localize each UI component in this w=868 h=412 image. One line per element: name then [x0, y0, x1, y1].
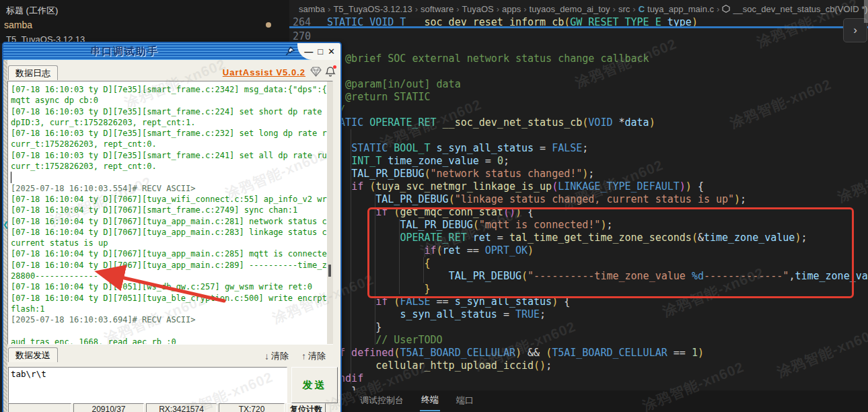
breadcrumb-item[interactable]: __soc_dev_net_status_cb(VOID *) — [722, 4, 867, 14]
breadcrumb-item[interactable]: src — [618, 4, 630, 14]
notification-dot — [333, 65, 336, 69]
reset-count-button[interactable]: 复位计数 — [287, 403, 326, 412]
send-input[interactable]: tab\r\t — [8, 367, 287, 403]
code-line[interactable]: * @return STATIC — [327, 91, 868, 104]
code-token: ( — [425, 168, 431, 180]
code-line[interactable]: STATIC BOOL_T s_syn_all_status = FALSE; — [327, 142, 868, 155]
code-token: ( — [546, 347, 552, 359]
breadcrumb-item[interactable]: software — [421, 4, 454, 14]
breadcrumb-item[interactable]: tuyaos_demo_ai_toy — [530, 4, 610, 14]
code-token: ; — [582, 142, 588, 154]
panel-tab-调试控制台[interactable]: 调试控制台 — [359, 392, 405, 411]
code-token: ( — [449, 193, 455, 205]
maximize-button[interactable]: □ — [318, 47, 323, 56]
explorer-root-samba[interactable]: samba — [4, 20, 32, 30]
code-token: STATIC — [351, 142, 394, 154]
log-scrollbar-thumb[interactable] — [328, 265, 331, 277]
code-line[interactable]: if (FALSE == s_syn_all_status) { — [327, 296, 868, 308]
code-token: INT_T — [351, 155, 388, 167]
tab-data-send[interactable]: 数据发送 — [8, 347, 58, 362]
code-line[interactable]: INT_T time_zone_value = 0; — [327, 155, 868, 168]
code-token: FALSE — [400, 296, 430, 308]
code-line[interactable]: * — [327, 65, 868, 78]
sticky-separator — [289, 26, 868, 28]
code-line[interactable]: } — [327, 283, 868, 296]
code-token: T5AI_BOARD_CELLULAR — [552, 347, 667, 359]
code-token: ( — [521, 270, 528, 282]
code-token: OPERATE_RET — [369, 116, 442, 129]
code-token: ) — [734, 193, 740, 205]
minimize-button[interactable]: — — [304, 47, 313, 56]
send-button[interactable]: 发送 — [291, 367, 338, 403]
uartassist-version-link[interactable]: UartAssist V5.0.2 — [223, 67, 305, 77]
code-line[interactable]: } — [327, 321, 868, 334]
uart-titlebar[interactable]: 串口调试助手 — □ ✕ — [3, 43, 340, 60]
code-editor[interactable]: * @brief SOC external network status cha… — [327, 53, 868, 398]
uart-window-title: 串口调试助手 — [3, 45, 246, 58]
code-token: == — [667, 347, 692, 359]
panel-tab-端口[interactable]: 端口 — [455, 392, 475, 411]
code-line[interactable]: #if defined(T5AI_BOARD_CELLULAR) && (T5A… — [327, 347, 868, 359]
code-line[interactable]: if(ret == OPRT_OK) — [327, 244, 868, 257]
symbol-method-icon — [722, 5, 730, 13]
code-line[interactable]: // UserTODO — [327, 334, 868, 347]
code-line[interactable]: #endif — [327, 372, 868, 385]
code-line[interactable]: TAL_PR_DEBUG("----------time_zone_value … — [327, 270, 868, 283]
code-token: () — [503, 206, 515, 218]
log-line: curr_t:1752826203, rept_cnt:0. — [11, 161, 331, 172]
clear-send-button[interactable]: ↑ 清除 — [301, 350, 326, 362]
serial-status-bar: 20910/37 RX:3421574 TX:720 复位计数 — [3, 403, 340, 412]
code-line[interactable]: s_syn_all_status = TRUE; — [327, 308, 868, 321]
code-line[interactable]: OPERATE_RET ret = tal_time_get_time_zone… — [327, 232, 868, 244]
editor-scrollbar[interactable] — [864, 0, 868, 23]
code-line[interactable]: */ — [327, 104, 868, 116]
code-token: ) — [552, 296, 558, 308]
clear-receive-button[interactable]: ↓ 清除 — [264, 350, 289, 362]
breadcrumb-item[interactable]: TuyaOS — [462, 4, 494, 14]
breadcrumb-item[interactable]: samba — [299, 4, 325, 14]
code-line[interactable]: TAL_PR_DEBUG("network status changed!"); — [327, 168, 868, 180]
code-token: ; — [503, 155, 509, 167]
modified-dot — [266, 22, 271, 28]
close-button[interactable]: ✕ — [328, 47, 335, 56]
code-line[interactable]: if (tuya_svc_netmgr_linkage_is_up(LINKAG… — [327, 180, 868, 193]
breadcrumb-item[interactable]: apps — [502, 4, 521, 14]
log-line: [07-18 16:10:04 ty D][7067][tuya_wifi_co… — [11, 194, 331, 205]
code-token: get_mqc_conn_stat — [400, 206, 503, 218]
breadcrumb-item[interactable]: T5_TuyaOS-3.12.13 — [333, 4, 412, 14]
log-line: [07-18 16:10:04 ty D][7067][tuya_app_mai… — [11, 216, 331, 227]
code-token: 1 — [692, 347, 698, 359]
breadcrumb: samba›T5_TuyaOS-3.12.13›software›TuyaOS›… — [289, 0, 868, 18]
code-line[interactable]: { — [327, 129, 868, 142]
gem-icon[interactable] — [310, 67, 322, 79]
code-line[interactable]: { — [327, 257, 868, 270]
code-line[interactable]: STATIC OPERATE_RET __soc_dev_net_status_… — [327, 116, 868, 129]
code-line[interactable]: cellular_http_upload_iccid(); — [327, 359, 868, 372]
breadcrumb-item[interactable]: Ctuya_app_main.c — [639, 4, 714, 14]
indent-guide — [423, 257, 424, 283]
log-line: [07-18 16:10:04 ty D][7067][tuya_app_mai… — [11, 248, 331, 259]
code-token: ret — [473, 232, 491, 244]
code-token: s_syn_all_status — [455, 296, 552, 308]
code-token: TAL_PR_DEBUG — [375, 193, 448, 205]
code-line[interactable]: if (get_mqc_conn_stat()) { — [327, 206, 868, 219]
log-line: 28800------------- — [11, 271, 331, 281]
workspace-title: 标题 (工作区) — [6, 5, 58, 17]
code-token: = — [534, 142, 552, 154]
log-line: [07-18 16:10:04 ty D][7051][ws_db_gw.c:2… — [11, 281, 331, 292]
pin-icon[interactable] — [284, 45, 296, 57]
code-token: * — [612, 116, 624, 129]
serial-log-area[interactable]: [07-18 16:10:03 ty D][7e35][smart_frame.… — [7, 81, 333, 345]
arrow-down-icon: ↓ — [264, 351, 269, 362]
log-scrollbar[interactable] — [327, 81, 333, 344]
code-line[interactable]: * @param[in/out] data — [327, 78, 868, 91]
code-line[interactable]: * @brief SOC external network status cha… — [327, 53, 868, 65]
code-line[interactable]: TAL_PR_DEBUG("mqtt is connected!"); — [327, 219, 868, 232]
panel-tab-终端[interactable]: 终端 — [420, 391, 440, 411]
code-line[interactable]: TAL_PR_DEBUG("linkage status changed, cu… — [327, 193, 868, 206]
code-token: s_syn_all_status — [437, 142, 534, 154]
code-token: ) — [686, 180, 692, 193]
tab-data-log[interactable]: 数据日志 — [8, 65, 58, 80]
log-line: current status is up — [11, 238, 331, 248]
code-token: // UserTODO — [375, 334, 442, 346]
